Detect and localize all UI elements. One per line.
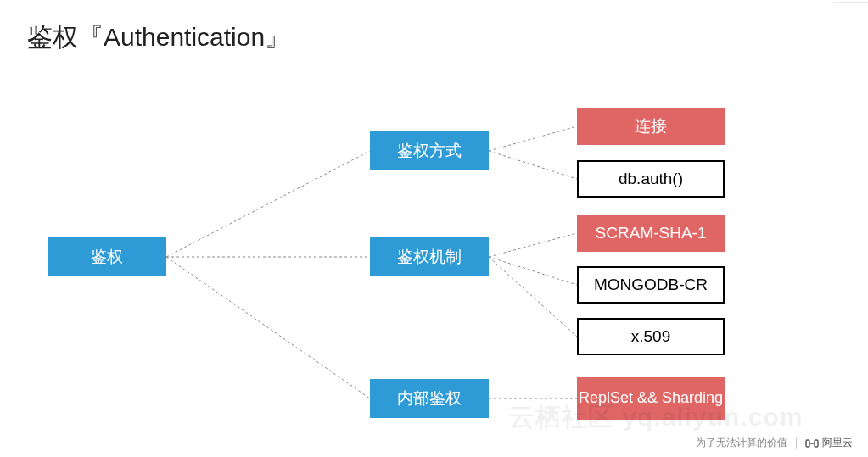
node-branch-internal: 内部鉴权	[370, 379, 489, 418]
node-branch-mechanism: 鉴权机制	[370, 237, 489, 276]
svg-line-7	[489, 257, 577, 337]
svg-line-0	[166, 151, 370, 257]
node-leaf-connect: 连接	[577, 108, 725, 145]
svg-line-2	[166, 257, 370, 398]
svg-rect-9	[806, 440, 809, 447]
svg-line-6	[489, 257, 577, 285]
footer-divider	[796, 437, 797, 449]
svg-line-5	[489, 233, 577, 257]
brand-icon	[805, 437, 819, 449]
node-leaf-dbauth: db.auth()	[577, 160, 725, 198]
node-leaf-x509: x.509	[577, 318, 725, 355]
svg-line-3	[489, 126, 577, 151]
footer-brand: 阿里云	[805, 436, 853, 450]
node-root-auth: 鉴权	[48, 237, 166, 276]
footer-slogan: 为了无法计算的价值	[696, 436, 787, 450]
footer-brand-text: 阿里云	[822, 436, 853, 450]
svg-rect-10	[815, 440, 818, 447]
watermark: 云栖社区 yq.aliyun.com	[509, 400, 803, 435]
page-title: 鉴权『Authentication』	[27, 20, 290, 55]
decorative-rule	[834, 2, 868, 3]
footer: 为了无法计算的价值 阿里云	[696, 436, 853, 450]
svg-line-4	[489, 151, 577, 179]
node-leaf-scram: SCRAM-SHA-1	[577, 215, 725, 252]
node-leaf-mongodbcr: MONGODB-CR	[577, 266, 725, 304]
node-branch-method: 鉴权方式	[370, 131, 489, 170]
